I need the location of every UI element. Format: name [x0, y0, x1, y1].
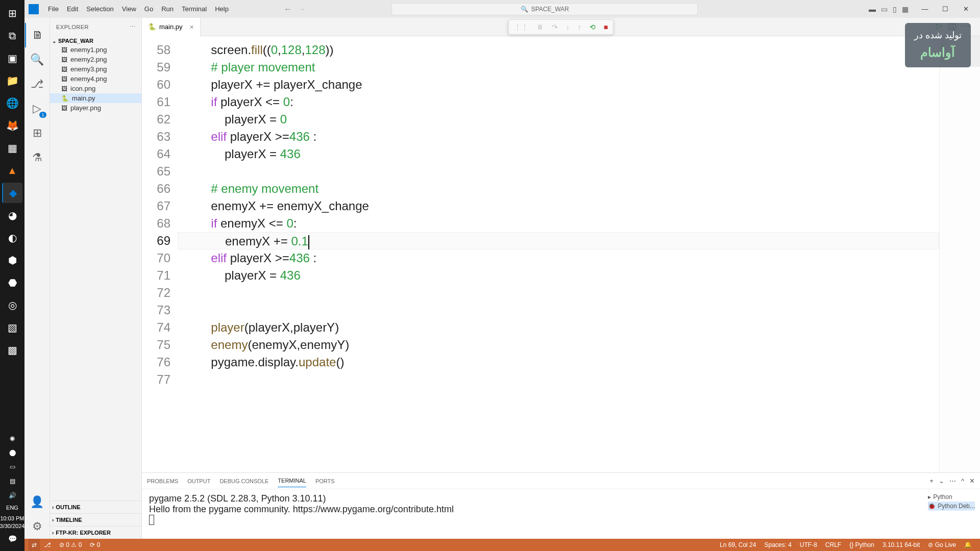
layout-icon-3[interactable]: ▯ [893, 5, 897, 13]
menu-terminal[interactable]: Terminal [178, 5, 211, 13]
code-editor[interactable]: screen.fill((0,128,128)) # player moveme… [178, 36, 939, 472]
terminal-session-python[interactable]: ▸ Python [928, 492, 975, 502]
file-item-enemy1-png[interactable]: 🖼enemy1.png [50, 45, 141, 55]
panel-tab-debug-console[interactable]: DEBUG CONSOLE [219, 475, 268, 487]
tray-icon-4[interactable]: ▤ [2, 475, 22, 487]
layout-icon-1[interactable]: ▬ [869, 5, 876, 13]
layout-icon-4[interactable]: ▦ [902, 5, 909, 13]
statusbar-item[interactable]: ⎇ [40, 541, 55, 548]
code-line-72[interactable] [178, 284, 939, 302]
debug-stepin-icon[interactable]: ↓ [564, 22, 572, 32]
code-line-70[interactable]: elif playerX >=436 : [178, 249, 939, 267]
debug-restart-icon[interactable]: ⟲ [587, 22, 598, 32]
folder-header[interactable]: ⌄ SPACE_WAR [50, 37, 141, 45]
windows-start-icon[interactable]: ⊞ [2, 3, 22, 23]
settings-gear-icon[interactable]: ⚙ [25, 514, 50, 539]
terminal-maximize-icon[interactable]: ^ [961, 477, 964, 485]
terminal-output[interactable]: pygame 2.5.2 (SDL 2.28.3, Python 3.10.11… [142, 489, 980, 539]
code-line-68[interactable]: if enemyX <= 0: [178, 215, 939, 232]
notifications-icon[interactable]: 💬 [2, 533, 22, 545]
app-icon-1[interactable]: ▦ [2, 138, 22, 158]
debug-toolbar[interactable]: ⋮⋮ ⏸ ↷ ↓ ↑ ⟲ ■ [508, 19, 614, 35]
tray-icon-2[interactable]: ⬤ [2, 446, 22, 459]
panel-tab-output[interactable]: OUTPUT [187, 475, 210, 487]
file-item-enemy2-png[interactable]: 🖼enemy2.png [50, 55, 141, 64]
test-icon[interactable]: ⚗ [25, 145, 50, 170]
statusbar-item[interactable]: UTF-8 [796, 541, 821, 548]
debug-stop-icon[interactable]: ■ [602, 22, 610, 32]
outline-section[interactable]: ›OUTLINE [50, 500, 141, 513]
file-item-player-png[interactable]: 🖼player.png [50, 103, 141, 113]
app-icon-3[interactable]: ◐ [2, 228, 22, 248]
terminal-split-icon[interactable]: ⌄ [939, 477, 944, 485]
tray-icon-3[interactable]: ▭ [2, 461, 22, 473]
code-line-74[interactable]: player(playerX,playerY) [178, 319, 939, 336]
code-line-67[interactable]: enemyX += enemyX_change [178, 197, 939, 215]
statusbar-item[interactable]: Spaces: 4 [760, 541, 795, 548]
run-debug-icon[interactable]: ▷1 [25, 96, 50, 121]
tab-main-py[interactable]: 🐍 main.py × [142, 18, 201, 36]
app-icon-6[interactable]: ◎ [2, 295, 22, 315]
debug-pause-icon[interactable]: ⏸ [534, 22, 546, 32]
chrome-app-icon[interactable]: 🌐 [2, 93, 22, 113]
language-indicator[interactable]: ENG [6, 503, 18, 513]
clock[interactable]: 10:03 PM 3/30/2024 [0, 513, 24, 532]
firefox-app-icon[interactable]: 🦊 [2, 115, 22, 136]
terminal-app-icon[interactable]: ▣ [2, 48, 22, 68]
file-item-enemy3-png[interactable]: 🖼enemy3.png [50, 64, 141, 74]
statusbar-item[interactable]: ⊘ Go Live [924, 541, 960, 548]
code-line-66[interactable]: # enemy movement [178, 180, 939, 197]
window-close-icon[interactable]: ✕ [955, 2, 976, 17]
panel-tab-terminal[interactable]: TERMINAL [278, 474, 306, 487]
menu-edit[interactable]: Edit [63, 5, 82, 13]
ftp-section[interactable]: ›FTP-KR: EXPLORER [50, 526, 141, 539]
app-icon-4[interactable]: ⬢ [2, 250, 22, 270]
timeline-section[interactable]: ›TIMELINE [50, 513, 141, 526]
code-line-76[interactable]: pygame.display.update() [178, 354, 939, 371]
app-icon-7[interactable]: ▧ [2, 317, 22, 338]
vlc-app-icon[interactable]: ▲ [2, 160, 22, 181]
minimap[interactable]: ▬▬▬▬▬▬▬▬▬▬▬▬▬▬▬▬▬▬▬▬▬▬▬▬▬▬▬▬▬▬▬▬▬▬▬▬▬▬▬▬… [939, 36, 980, 472]
extensions-icon[interactable]: ⊞ [25, 121, 50, 145]
menu-view[interactable]: View [118, 5, 140, 13]
task-view-icon[interactable]: ⧉ [2, 26, 22, 46]
panel-tab-problems[interactable]: PROBLEMS [147, 475, 178, 487]
panel-tab-ports[interactable]: PORTS [315, 475, 335, 487]
statusbar-item[interactable]: ⊘ 0 ⚠ 0 [55, 541, 86, 548]
code-line-60[interactable]: playerX += playerX_change [178, 76, 939, 93]
terminal-close-icon[interactable]: ✕ [969, 477, 975, 485]
menu-run[interactable]: Run [157, 5, 178, 13]
nav-back-icon[interactable]: ← [284, 5, 292, 14]
app-icon-2[interactable]: ◕ [2, 205, 22, 226]
code-line-62[interactable]: playerX = 0 [178, 111, 939, 128]
code-line-75[interactable]: enemy(enemyX,enemyY) [178, 336, 939, 354]
vscode-app-icon[interactable]: ◆ [2, 183, 22, 203]
explorer-icon[interactable]: 🗎 [25, 23, 50, 47]
accounts-icon[interactable]: 👤 [25, 490, 50, 514]
menu-help[interactable]: Help [211, 5, 233, 13]
code-line-77[interactable] [178, 371, 939, 388]
source-control-icon[interactable]: ⎇ [25, 72, 50, 96]
terminal-session-debug[interactable]: 🐞 Python Deb... [928, 502, 975, 511]
file-item-main-py[interactable]: 🐍main.py [50, 93, 141, 103]
tab-close-icon[interactable]: × [190, 23, 194, 31]
app-icon-5[interactable]: ⬣ [2, 272, 22, 293]
code-line-65[interactable] [178, 163, 939, 180]
code-line-69[interactable]: enemyX += 0.1 [178, 232, 939, 249]
menu-file[interactable]: File [44, 5, 63, 13]
explorer-app-icon[interactable]: 📁 [2, 70, 22, 91]
debug-stepout-icon[interactable]: ↑ [576, 22, 583, 32]
remote-indicator-icon[interactable]: ⇄ [29, 539, 40, 551]
terminal-add-icon[interactable]: + [929, 477, 934, 485]
code-line-64[interactable]: playerX = 436 [178, 145, 939, 163]
code-line-58[interactable]: screen.fill((0,128,128)) [178, 41, 939, 59]
debug-stepover-icon[interactable]: ↷ [550, 22, 560, 32]
debug-grip-icon[interactable]: ⋮⋮ [512, 22, 530, 32]
code-line-63[interactable]: elif playerX >=436 : [178, 128, 939, 145]
code-line-61[interactable]: if playerX <= 0: [178, 93, 939, 111]
window-minimize-icon[interactable]: — [915, 2, 935, 17]
sound-icon[interactable]: 🔊 [2, 489, 22, 502]
tray-icon-1[interactable]: ◉ [2, 432, 22, 444]
statusbar-item[interactable]: CRLF [821, 541, 845, 548]
sidebar-more-icon[interactable]: ⋯ [130, 23, 136, 30]
